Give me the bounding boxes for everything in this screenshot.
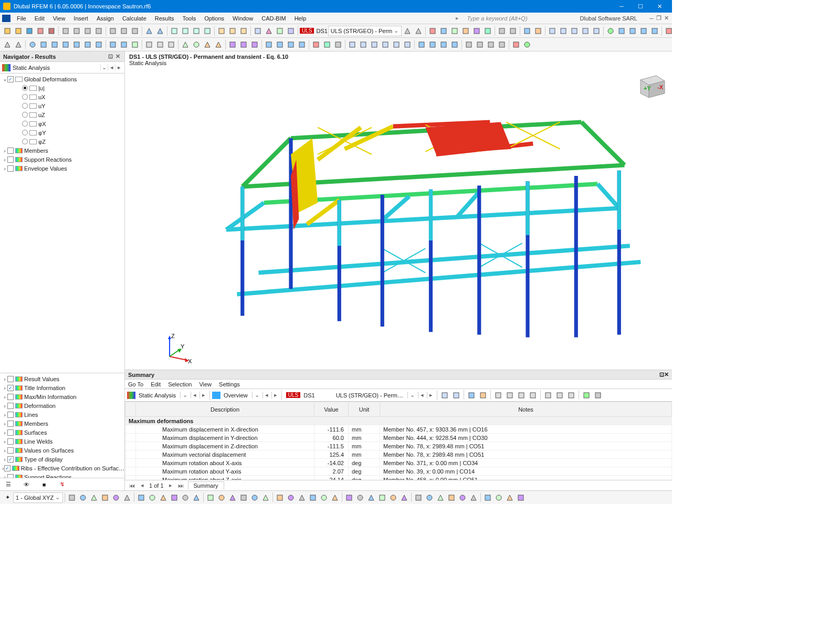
table-row[interactable]: Maximum displacement in X-direction-111.… — [125, 425, 672, 434]
view-top-icon[interactable] — [427, 39, 438, 50]
view-side-icon[interactable] — [449, 39, 460, 50]
layer5-icon[interactable] — [391, 39, 402, 50]
tree-node[interactable]: φX — [0, 119, 124, 128]
box-b-icon[interactable] — [155, 39, 165, 50]
load-icon[interactable] — [202, 39, 213, 50]
snap-tool-14[interactable] — [227, 492, 238, 503]
snap-tool-35[interactable] — [468, 492, 479, 503]
tree-node[interactable]: ›Values on Surfaces — [0, 446, 124, 455]
app-menu-icon[interactable] — [2, 15, 10, 22]
prev-button[interactable]: ◂ — [418, 392, 426, 398]
layer2-icon[interactable] — [358, 39, 369, 50]
next-button[interactable]: ▸ — [115, 64, 122, 71]
snap-tool-17[interactable] — [260, 492, 271, 503]
menu-results[interactable]: Results — [151, 13, 178, 24]
panel3-icon[interactable] — [569, 26, 580, 36]
col4-icon[interactable] — [528, 390, 538, 401]
summary-menu-selection[interactable]: Selection — [168, 381, 192, 387]
solid-icon[interactable] — [71, 39, 82, 50]
summary-tab[interactable]: Summary — [188, 481, 224, 489]
coord-icon[interactable]: ✦ — [2, 492, 13, 503]
checkbox[interactable] — [7, 76, 14, 82]
summary-overview-select[interactable]: Overview — [224, 392, 251, 398]
page-first-button[interactable]: ⏮ — [128, 482, 135, 489]
snap-tool-30[interactable] — [413, 492, 424, 503]
snap-tool-39[interactable] — [516, 492, 526, 503]
tree-node[interactable]: φY — [0, 128, 124, 137]
checkbox[interactable] — [7, 438, 14, 445]
snap-tool-0[interactable] — [67, 492, 77, 503]
snap-tool-36[interactable] — [482, 492, 493, 503]
menu-assign[interactable]: Assign — [92, 13, 118, 24]
summary-combo-select[interactable]: ULS (STR/GEO) - Perm… — [336, 392, 406, 398]
tree-node[interactable]: uZ — [0, 110, 124, 119]
tree-node[interactable]: uX — [0, 92, 124, 101]
snap-tool-28[interactable] — [388, 492, 398, 503]
doc-restore-button[interactable]: ❐ — [655, 15, 663, 22]
paste-icon[interactable] — [130, 26, 140, 36]
tree-node[interactable]: uY — [0, 101, 124, 110]
menu-cad-bim[interactable]: CAD-BIM — [257, 13, 290, 24]
tree-node[interactable]: ⌄Global Deformations — [0, 75, 124, 83]
def-icon[interactable] — [427, 26, 438, 36]
table-row[interactable]: Maximum displacement in Y-direction60.0m… — [125, 434, 672, 442]
block-icon[interactable] — [35, 26, 46, 36]
col3-icon[interactable] — [516, 390, 527, 401]
snap-tool-33[interactable] — [446, 492, 457, 503]
view-front-icon[interactable] — [438, 39, 449, 50]
dropdown-icon[interactable]: ⌄ — [407, 392, 417, 398]
del-icon[interactable] — [511, 39, 521, 50]
snap-tool-8[interactable] — [158, 492, 169, 503]
report-icon[interactable] — [93, 26, 104, 36]
navigator-close-button[interactable]: ✕ — [114, 53, 121, 60]
surface-icon[interactable] — [60, 39, 71, 50]
snap-tool-11[interactable] — [191, 492, 202, 503]
save-all-icon[interactable] — [71, 26, 82, 36]
reaction-icon[interactable] — [471, 26, 482, 36]
snap-tool-24[interactable] — [344, 492, 354, 503]
snap-tool-9[interactable] — [169, 492, 180, 503]
txt-icon[interactable] — [322, 39, 332, 50]
checkbox[interactable] — [7, 376, 14, 382]
snap-tool-37[interactable] — [494, 492, 504, 503]
snap-tool-38[interactable] — [505, 492, 515, 503]
next-button[interactable]: ▸ — [271, 392, 279, 398]
menu-help[interactable]: Help — [290, 13, 311, 24]
table-row[interactable]: Maximum rotation about Y-axis2.07degMemb… — [125, 467, 672, 476]
snap-tool-21[interactable] — [308, 492, 318, 503]
snap-tool-4[interactable] — [111, 492, 121, 503]
snap-tool-12[interactable] — [205, 492, 216, 503]
grid-icon[interactable] — [108, 39, 118, 50]
snap-tool-6[interactable] — [136, 492, 146, 503]
load2-icon[interactable] — [213, 39, 224, 50]
exp1-icon[interactable] — [543, 390, 553, 401]
snap-tool-18[interactable] — [275, 492, 285, 503]
snap-tool-27[interactable] — [377, 492, 387, 503]
node-icon[interactable] — [27, 39, 38, 50]
moment-icon[interactable] — [449, 26, 460, 36]
table2-icon[interactable] — [180, 26, 191, 36]
tree-node[interactable]: ›Ribs - Effective Contribution on Surfac… — [0, 464, 124, 472]
line-icon[interactable] — [38, 39, 49, 50]
tree-node[interactable]: ›Max/Min Information — [0, 392, 124, 401]
model-icon[interactable] — [24, 26, 35, 36]
tree-node[interactable]: ›Surfaces — [0, 428, 124, 437]
maximize-button[interactable]: ☐ — [631, 0, 650, 13]
checkbox[interactable] — [7, 429, 14, 436]
layer-icon[interactable] — [347, 39, 358, 50]
table-row[interactable]: Maximum displacement in Z-direction-111.… — [125, 442, 672, 450]
coord-select[interactable]: 1 - Global XYZ ⌄ — [13, 492, 63, 503]
tree-node[interactable]: ›Deformation — [0, 401, 124, 410]
save-icon[interactable] — [60, 26, 71, 36]
panel-icon[interactable] — [547, 26, 558, 36]
exp3-icon[interactable] — [566, 390, 576, 401]
filter-icon[interactable] — [439, 390, 450, 401]
find-icon[interactable] — [451, 390, 461, 401]
clip2-icon[interactable] — [475, 39, 485, 50]
table4-icon[interactable] — [202, 26, 213, 36]
tree-node[interactable]: ›Support Reactions — [0, 472, 124, 478]
next-button[interactable]: ▸ — [427, 392, 435, 398]
box2-icon[interactable] — [627, 26, 638, 36]
menu-tools[interactable]: Tools — [178, 13, 200, 24]
tree-node[interactable]: ›Envelope Values — [0, 164, 124, 173]
